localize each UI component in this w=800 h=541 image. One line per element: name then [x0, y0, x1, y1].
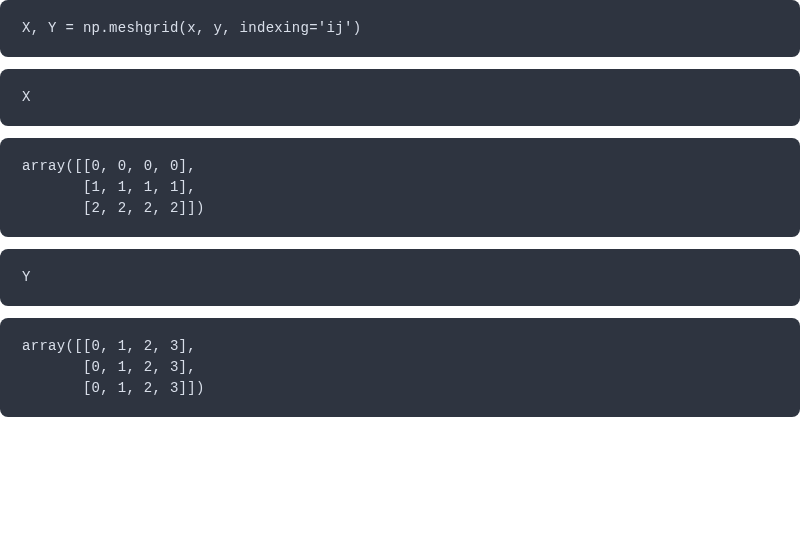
code-cell-2[interactable]: X: [0, 69, 800, 126]
output-cell-2: array([[0, 0, 0, 0], [1, 1, 1, 1], [2, 2…: [0, 138, 800, 237]
code-cell-1[interactable]: X, Y = np.meshgrid(x, y, indexing='ij'): [0, 0, 800, 57]
code-cell-3[interactable]: Y: [0, 249, 800, 306]
output-cell-3: array([[0, 1, 2, 3], [0, 1, 2, 3], [0, 1…: [0, 318, 800, 417]
